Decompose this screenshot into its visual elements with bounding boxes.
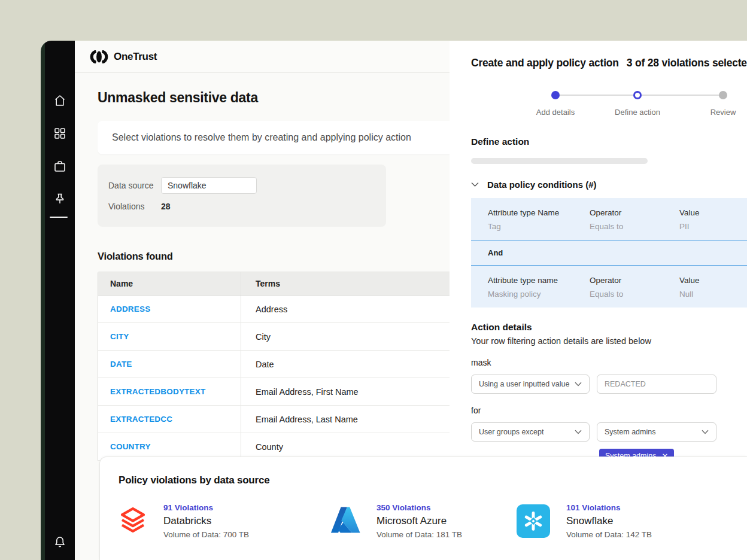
condition-op-value: Equals to: [590, 222, 679, 231]
mask-value-input[interactable]: REDACTED: [597, 375, 716, 394]
for-method-value: User groups except: [479, 428, 543, 436]
wizard-title: Create and apply policy action3 of 28 vi…: [471, 57, 747, 69]
condition-attr-header: Attribute type Name: [488, 208, 590, 217]
condition-op-header: Operator: [590, 276, 679, 285]
app-rail: [41, 41, 75, 560]
step-connector: [555, 95, 637, 96]
wizard-stepper: Add details Define action Review: [471, 91, 747, 132]
violations-count: 28: [161, 202, 171, 211]
app-window: OneTrust Unmasked sensitive data Select …: [41, 41, 747, 560]
violation-name-link[interactable]: COUNTRY: [110, 442, 151, 451]
step-label: Review: [710, 108, 736, 117]
page-title: Unmasked sensitive data: [98, 90, 458, 106]
datasource-card-snowflake[interactable]: 101 Violations Snowflake Volume of Data:…: [517, 503, 652, 539]
datasource-violations[interactable]: 91 Violations: [163, 503, 249, 512]
chevron-down-icon: [702, 430, 709, 434]
instruction-banner: Select violations to resolve them by cre…: [98, 121, 487, 154]
table-row: ADDRESS Address: [98, 296, 480, 323]
datasource-volume: Volume of Data: 181 TB: [376, 530, 462, 539]
violation-name-link[interactable]: EXTRACTEDBODYTEXT: [110, 387, 205, 396]
azure-icon: [328, 504, 360, 538]
violation-terms: City: [256, 332, 271, 342]
datasource-card-azure[interactable]: 350 Violations Microsoft Azure Volume of…: [328, 503, 517, 539]
datasource-volume: Volume of Data: 700 TB: [163, 530, 249, 539]
bell-icon[interactable]: [53, 535, 67, 549]
violations-table: Name Terms ADDRESS Address CITY City DAT…: [98, 272, 481, 461]
condition-value-header: Value: [679, 208, 747, 217]
column-header-terms: Terms: [241, 279, 480, 288]
action-details-title: Action details: [471, 322, 747, 333]
datasource-volume: Volume of Data: 142 TB: [566, 530, 652, 539]
condition-attr-value: Masking policy: [488, 290, 590, 299]
for-method-select[interactable]: User groups except: [471, 422, 590, 442]
selection-status: 3 of 28 violations selected: [627, 57, 747, 69]
violation-name-link[interactable]: CITY: [110, 332, 129, 341]
step-dot-add-details[interactable]: [551, 91, 560, 99]
step-connector: [642, 95, 723, 96]
violation-name-link[interactable]: EXTRACTEDCC: [110, 415, 172, 424]
datasource-name: Snowflake: [566, 515, 652, 527]
violation-terms: Date: [256, 360, 274, 369]
datasource-violations[interactable]: 350 Violations: [376, 503, 462, 512]
loading-skeleton-bar: [471, 158, 648, 164]
chevron-down-icon: [575, 430, 582, 434]
violation-terms: Address: [256, 305, 287, 314]
top-bar: OneTrust: [75, 41, 458, 73]
step-dot-define-action[interactable]: [633, 91, 642, 99]
onetrust-logo-icon: [90, 50, 108, 63]
table-row: CITY City: [98, 323, 480, 351]
violations-label: Violations: [108, 202, 161, 211]
pin-icon[interactable]: [53, 192, 67, 206]
summary-card: Data source Snowflake Violations 28: [98, 165, 386, 227]
condition-row: Attribute type NameTag OperatorEquals to…: [471, 198, 747, 240]
conditions-accordion-toggle[interactable]: Data policy conditions (#): [471, 179, 747, 190]
datasource-card-databricks[interactable]: 91 Violations Databricks Volume of Data:…: [119, 503, 328, 539]
for-value-value: System admins: [605, 428, 655, 436]
action-details-subtitle: Your row filtering action details are li…: [471, 336, 747, 346]
datasource-violations[interactable]: 101 Violations: [566, 503, 652, 512]
table-row: EXTRACTEDBODYTEXT Email Address, First N…: [98, 378, 480, 406]
home-icon[interactable]: [53, 93, 67, 108]
step-dot-review[interactable]: [719, 91, 727, 99]
condition-op-value: Equals to: [590, 290, 679, 299]
define-action-heading: Define action: [471, 136, 747, 147]
data-source-label: Data source: [108, 181, 161, 190]
datasource-panel-title: Policy violations by data source: [119, 474, 747, 486]
violation-terms: County: [256, 442, 283, 452]
snowflake-icon: [517, 504, 550, 538]
condition-value-value: Null: [679, 290, 747, 299]
workspace-icon[interactable]: [53, 159, 67, 174]
mask-label: mask: [471, 358, 747, 367]
violation-name-link[interactable]: DATE: [110, 360, 132, 369]
condition-attr-header: Attribute type name: [488, 276, 590, 285]
conditions-title: Data policy conditions (#): [487, 179, 597, 190]
mask-method-select[interactable]: Using a user inputted value: [471, 375, 590, 394]
mask-method-value: Using a user inputted value: [479, 380, 569, 388]
violation-name-link[interactable]: ADDRESS: [110, 305, 150, 314]
table-row: EXTRACTEDCC Email Address, Last Name: [98, 406, 480, 433]
step-label: Define action: [615, 108, 660, 117]
condition-connector: And: [471, 240, 747, 266]
condition-value-header: Value: [679, 276, 747, 285]
datasource-name: Databricks: [163, 515, 249, 527]
step-label: Add details: [536, 108, 575, 117]
for-value-select[interactable]: System admins: [597, 422, 716, 442]
table-row: DATE Date: [98, 351, 480, 378]
brand[interactable]: OneTrust: [90, 50, 157, 63]
rail-divider: [50, 217, 68, 218]
conditions-box: Attribute type NameTag OperatorEquals to…: [471, 198, 747, 308]
apps-icon[interactable]: [53, 126, 67, 141]
datasource-name: Microsoft Azure: [376, 515, 462, 527]
violation-terms: Email Address, Last Name: [256, 415, 358, 424]
chevron-down-icon: [471, 182, 479, 187]
violation-terms: Email Address, First Name: [256, 387, 359, 397]
data-source-input[interactable]: Snowflake: [161, 177, 257, 194]
condition-attr-value: Tag: [488, 222, 590, 231]
wizard-title-text: Create and apply policy action: [471, 57, 619, 69]
chevron-down-icon: [575, 382, 582, 386]
violations-table-title: Violations found: [98, 251, 458, 262]
for-label: for: [471, 406, 747, 415]
brand-name: OneTrust: [114, 51, 157, 63]
datasource-summary-panel: Policy violations by data source 91 Viol…: [99, 456, 747, 560]
condition-op-header: Operator: [590, 208, 679, 217]
